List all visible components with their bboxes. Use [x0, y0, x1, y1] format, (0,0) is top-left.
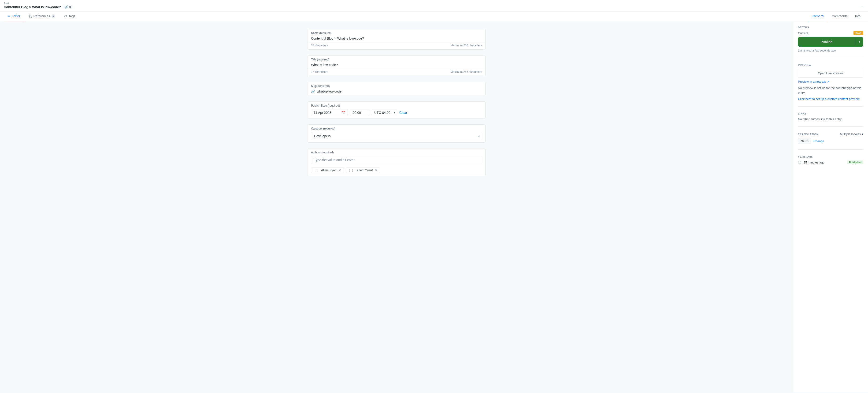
category-select-wrapper: Developers Engineering Product Design: [308, 130, 485, 142]
setup-preview-link[interactable]: Click here to set up a custom content pr…: [798, 97, 863, 101]
name-field-label: Name (required): [308, 29, 485, 35]
timezone-wrapper: UTC-04:00 UTC+00:00 UTC-05:00: [372, 109, 397, 116]
status-section-title: STATUS: [798, 26, 863, 29]
ref-count: 0: [69, 5, 71, 9]
ref-badge[interactable]: 🔗 0: [63, 5, 73, 9]
tab-editor[interactable]: ✏ Editor: [4, 11, 24, 21]
author-name-alvin: Alvin Bryan: [321, 169, 337, 172]
date-input[interactable]: [314, 111, 339, 115]
slug-field-label: Slug (required): [308, 82, 485, 88]
authors-text-input[interactable]: [311, 156, 482, 164]
name-field-meta: 35 characters Maximum 256 characters: [308, 42, 485, 50]
versions-section: VERSIONS 25 minutes ago Published: [798, 155, 863, 164]
last-saved-text: Last saved a few seconds ago: [798, 49, 863, 52]
links-section-title: LINKS: [798, 112, 863, 115]
top-bar: Post Contentful Blog > What is low-code?…: [0, 0, 868, 11]
translation-section: TRANSLATION Multiple locales ▾ en-US Cha…: [798, 132, 863, 144]
entry-title-row: Contentful Blog > What is low-code? 🔗 0: [4, 5, 73, 9]
tab-tags-label: Tags: [68, 14, 75, 18]
time-input[interactable]: [353, 111, 367, 115]
version-time: 25 minutes ago: [804, 161, 825, 164]
authors-input-wrapper: [308, 154, 485, 165]
entry-title: Contentful Blog > What is low-code?: [4, 5, 61, 9]
change-locale-link[interactable]: Change: [813, 139, 824, 143]
tab-editor-label: Editor: [12, 14, 20, 18]
versions-section-title: VERSIONS: [798, 155, 863, 158]
top-bar-left: Post Contentful Blog > What is low-code?…: [4, 2, 73, 9]
tab-references-label: References: [33, 14, 50, 18]
publish-dropdown-button[interactable]: ▾: [855, 37, 863, 47]
slug-field-group: Slug (required) 🔗: [308, 82, 486, 96]
remove-author-bulent-button[interactable]: ✕: [375, 169, 377, 172]
external-link-icon: ↗: [827, 80, 830, 83]
references-icon: ⛓: [29, 14, 32, 18]
author-tag-alvin: ⋮⋮ Alvin Bryan ✕: [311, 167, 344, 173]
timezone-select[interactable]: UTC-04:00 UTC+00:00 UTC-05:00: [372, 109, 397, 116]
slug-input-wrapper: 🔗: [308, 88, 485, 96]
publish-button-wrapper: Publish ▾: [798, 37, 863, 47]
slug-input[interactable]: [317, 89, 482, 93]
publish-date-label: Publish Date (required): [308, 102, 485, 107]
author-tag-bulent: ⋮⋮ Bulent Yusuf ✕: [346, 167, 380, 173]
drag-handle-icon: ⋮⋮: [348, 169, 354, 172]
category-field-label: Category (required): [308, 125, 485, 130]
title-field-meta: 17 characters Maximum 256 characters: [308, 69, 485, 76]
translation-row: TRANSLATION Multiple locales ▾: [798, 132, 863, 136]
clear-button[interactable]: Clear: [399, 111, 407, 115]
time-input-wrapper: [350, 109, 369, 116]
divider-4: [798, 149, 863, 150]
tab-tags[interactable]: 🏷 Tags: [60, 11, 79, 21]
publish-date-field-group: Publish Date (required) 📅 UTC-04:00 UTC+…: [308, 101, 486, 119]
tags-icon: 🏷: [64, 14, 67, 18]
publish-button[interactable]: Publish: [798, 37, 855, 47]
content-inner: Name (required) 35 characters Maximum 25…: [308, 29, 486, 176]
authors-field-group: Authors (required) ⋮⋮ Alvin Bryan ✕ ⋮⋮ B…: [308, 148, 486, 176]
tab-general[interactable]: General: [809, 11, 828, 21]
divider-2: [798, 106, 863, 107]
tab-info[interactable]: Info: [851, 11, 864, 21]
multiple-locales-dropdown[interactable]: Multiple locales ▾: [840, 132, 863, 136]
status-section: STATUS Current Draft Publish ▾ Last save…: [798, 26, 863, 52]
no-preview-text: No preview is set up for the content typ…: [798, 86, 863, 95]
multiple-locales-label: Multiple locales: [840, 132, 861, 136]
draft-badge: Draft: [854, 31, 863, 35]
title-field-group: Title (required) 17 characters Maximum 2…: [308, 55, 486, 76]
drag-handle-icon: ⋮⋮: [314, 169, 319, 172]
name-char-count: 35 characters: [311, 44, 328, 47]
right-sidebar: STATUS Current Draft Publish ▾ Last save…: [793, 21, 868, 392]
locale-row: en-US Change: [798, 138, 863, 144]
info-badge: i: [52, 14, 55, 18]
slug-link-icon: 🔗: [311, 89, 315, 93]
more-options-button[interactable]: ⋯: [860, 3, 864, 8]
category-field-group: Category (required) Developers Engineeri…: [308, 124, 486, 143]
divider-3: [798, 126, 863, 127]
nav-tabs-bar: ✏ Editor ⛓ References i 🏷 Tags General C…: [0, 11, 868, 21]
authors-field-label: Authors (required): [308, 149, 485, 154]
title-max-chars: Maximum 256 characters: [451, 70, 482, 73]
translation-section-title: TRANSLATION: [798, 133, 818, 135]
dropdown-chevron-icon: ▾: [862, 132, 863, 136]
name-field-group: Name (required) 35 characters Maximum 25…: [308, 29, 486, 50]
title-input[interactable]: [308, 61, 485, 69]
version-radio[interactable]: [798, 161, 801, 164]
tab-references[interactable]: ⛓ References i: [25, 11, 59, 21]
links-section: LINKS No other entries link to this entr…: [798, 112, 863, 121]
open-live-preview-button[interactable]: Open Live Preview: [798, 69, 863, 78]
right-panel-tabs: General Comments Info: [809, 11, 864, 21]
status-row: Current Draft: [798, 31, 863, 35]
no-links-text: No other entries link to this entry.: [798, 117, 863, 121]
date-row: 📅 UTC-04:00 UTC+00:00 UTC-05:00 Clear: [308, 107, 485, 119]
tab-comments[interactable]: Comments: [828, 11, 851, 21]
current-label: Current: [798, 31, 808, 35]
preview-section-title: PREVIEW: [798, 64, 863, 66]
link-icon: 🔗: [65, 5, 68, 9]
published-badge: Published: [847, 160, 863, 164]
calendar-icon[interactable]: 📅: [341, 111, 345, 115]
name-input[interactable]: [308, 35, 485, 42]
main-layout: Name (required) 35 characters Maximum 25…: [0, 21, 868, 392]
preview-new-tab-link[interactable]: Preview in a new tab ↗: [798, 80, 863, 83]
remove-author-alvin-button[interactable]: ✕: [338, 169, 341, 172]
authors-tags: ⋮⋮ Alvin Bryan ✕ ⋮⋮ Bulent Yusuf ✕: [308, 165, 485, 176]
category-select[interactable]: Developers Engineering Product Design: [311, 132, 482, 140]
date-input-wrapper: 📅: [311, 109, 348, 116]
